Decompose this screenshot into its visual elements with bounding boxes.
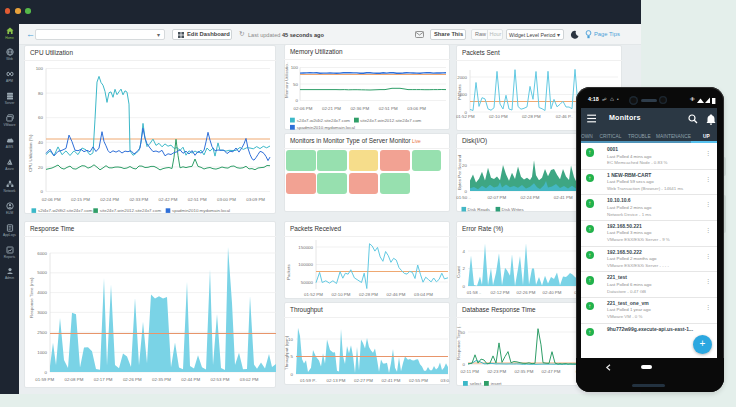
svg-text:02:42 PM: 02:42 PM — [159, 197, 178, 202]
svg-text:10: 10 — [288, 337, 293, 342]
svg-text:01:52 PM: 01:52 PM — [304, 292, 323, 297]
svg-text:5000: 5000 — [37, 270, 47, 275]
svg-text:02:55 PM: 02:55 PM — [409, 378, 428, 383]
svg-text:50000: 50000 — [301, 280, 314, 285]
svg-text:01:50 ..: 01:50 .. — [456, 195, 471, 200]
svg-text:01:59 PM: 01:59 PM — [35, 377, 54, 382]
svg-text:4000: 4000 — [37, 290, 47, 295]
svg-text:02:47 PM: 02:47 PM — [542, 369, 561, 374]
svg-text:0: 0 — [463, 362, 466, 367]
svg-text:02:10 PM: 02:10 PM — [332, 292, 351, 297]
svg-text:20: 20 — [38, 165, 43, 170]
svg-text:02:46 P..: 02:46 P.. — [556, 114, 573, 119]
svg-text:0: 0 — [296, 98, 299, 103]
svg-text:3000: 3000 — [37, 310, 47, 315]
svg-text:100: 100 — [36, 66, 44, 71]
svg-text:02:28 PM: 02:28 PM — [522, 114, 541, 119]
svg-text:02:21 PM: 02:21 PM — [322, 106, 341, 111]
svg-text:select: select — [470, 381, 482, 386]
svg-text:03:02 PM: 03:02 PM — [240, 377, 259, 382]
svg-text:0: 0 — [291, 372, 294, 377]
svg-text:Response Time (ms): Response Time (ms) — [29, 277, 34, 318]
svg-text:02:41 PM: 02:41 PM — [554, 195, 573, 200]
svg-text:02:53 PM: 02:53 PM — [211, 377, 230, 382]
svg-text:spadmin2010.mydomain.local: spadmin2010.mydomain.local — [297, 125, 355, 130]
svg-text:02:13 PM: 02:13 PM — [327, 378, 346, 383]
svg-text:4: 4 — [463, 249, 466, 254]
svg-text:02:36 PM: 02:36 PM — [350, 106, 369, 111]
svg-text:02:33 PM: 02:33 PM — [129, 197, 148, 202]
svg-text:02:23 PM: 02:23 PM — [487, 369, 506, 374]
svg-text:1000: 1000 — [37, 350, 47, 355]
svg-text:Throughput (rpm): Throughput (rpm) — [284, 335, 289, 370]
svg-text:s2t4x7-w2t8t2.site24x7.com: s2t4x7-w2t8t2.site24x7.com — [38, 208, 93, 213]
svg-text:02:51 PM: 02:51 PM — [188, 197, 207, 202]
svg-text:2500: 2500 — [37, 330, 47, 335]
svg-text:60: 60 — [38, 115, 43, 120]
svg-text:s24x7-w2t4t2.site24x7.com: s24x7-w2t4t2.site24x7.com — [297, 118, 351, 123]
svg-text:50: 50 — [293, 82, 298, 87]
svg-text:Disk Writes: Disk Writes — [502, 207, 525, 212]
svg-text:02:06 PM: 02:06 PM — [42, 197, 61, 202]
svg-text:40: 40 — [38, 140, 43, 145]
svg-text:03:00 PM: 03:00 PM — [217, 197, 236, 202]
svg-text:80: 80 — [38, 91, 43, 96]
svg-text:site24x7-win2012.site24x7.com: site24x7-win2012.site24x7.com — [360, 118, 422, 123]
svg-text:2000: 2000 — [457, 75, 467, 80]
svg-text:insert: insert — [491, 381, 503, 386]
svg-text:01:59 P..: 01:59 P.. — [300, 378, 317, 383]
svg-text:Bytes Per Second: Bytes Per Second — [457, 154, 462, 190]
svg-text:02:51 PM: 02:51 PM — [379, 106, 398, 111]
svg-text:02:12 PM: 02:12 PM — [491, 290, 510, 295]
svg-text:CPU Utilization (%): CPU Utilization (%) — [28, 134, 33, 172]
svg-text:Packets: Packets — [286, 264, 291, 280]
svg-text:03:06 PM: 03:06 PM — [407, 106, 426, 111]
svg-text:02:40 PM: 02:40 PM — [543, 290, 562, 295]
svg-text:Response Time (..: Response Time (.. — [456, 324, 461, 360]
svg-text:03:0..: 03:0.. — [441, 378, 451, 383]
svg-text:02:44 PM: 02:44 PM — [181, 377, 200, 382]
svg-text:02:35 PM: 02:35 PM — [515, 369, 534, 374]
svg-text:02:07 PM: 02:07 PM — [487, 195, 506, 200]
svg-text:02:24 PM: 02:24 PM — [100, 197, 119, 202]
svg-text:100000: 100000 — [298, 262, 313, 267]
svg-text:02:06 PM: 02:06 PM — [294, 106, 313, 111]
svg-text:150000: 150000 — [298, 245, 313, 250]
svg-text:03:09 PM: 03:09 PM — [246, 197, 265, 202]
svg-text:02:17 PM: 02:17 PM — [94, 377, 113, 382]
svg-text:6000: 6000 — [37, 251, 47, 256]
svg-text:02:15 PM: 02:15 PM — [71, 197, 90, 202]
svg-text:02:26 PM: 02:26 PM — [123, 377, 142, 382]
svg-text:02:11 PM: 02:11 PM — [460, 369, 479, 374]
svg-text:02:26 PM: 02:26 PM — [517, 290, 536, 295]
svg-text:100: 100 — [291, 65, 299, 70]
svg-text:02:41 PM: 02:41 PM — [382, 378, 401, 383]
svg-text:01:52 PM: 01:52 PM — [456, 114, 475, 119]
svg-text:0: 0 — [45, 370, 48, 375]
svg-text:02:28 PM: 02:28 PM — [359, 292, 378, 297]
svg-text:spadmin2010.mydomain.local: spadmin2010.mydomain.local — [172, 208, 230, 213]
svg-text:5: 5 — [291, 354, 294, 359]
svg-text:2: 2 — [463, 266, 466, 271]
svg-text:02:10 PM: 02:10 PM — [489, 114, 508, 119]
svg-text:50: 50 — [460, 330, 465, 335]
svg-text:Disk Reads: Disk Reads — [468, 207, 491, 212]
svg-text:20: 20 — [462, 163, 467, 168]
svg-text:Packets: Packets — [457, 84, 462, 100]
svg-text:02:24 PM: 02:24 PM — [521, 195, 540, 200]
svg-text:Memory Utilizatio..: Memory Utilizatio.. — [284, 62, 289, 98]
svg-text:02:27 PM: 02:27 PM — [354, 378, 373, 383]
svg-text:02:08 PM: 02:08 PM — [65, 377, 84, 382]
svg-text:03:04 PM: 03:04 PM — [414, 292, 433, 297]
svg-text:Count: Count — [456, 266, 461, 278]
svg-text:0: 0 — [463, 284, 466, 289]
svg-text:0: 0 — [41, 189, 44, 194]
svg-text:02:46 PM: 02:46 PM — [387, 292, 406, 297]
svg-text:02:35 PM: 02:35 PM — [152, 377, 171, 382]
svg-text:01:58 ..: 01:58 .. — [467, 290, 482, 295]
svg-text:site24x7-win2012.site24x7.com: site24x7-win2012.site24x7.com — [100, 208, 162, 213]
svg-text:0: 0 — [465, 189, 468, 194]
